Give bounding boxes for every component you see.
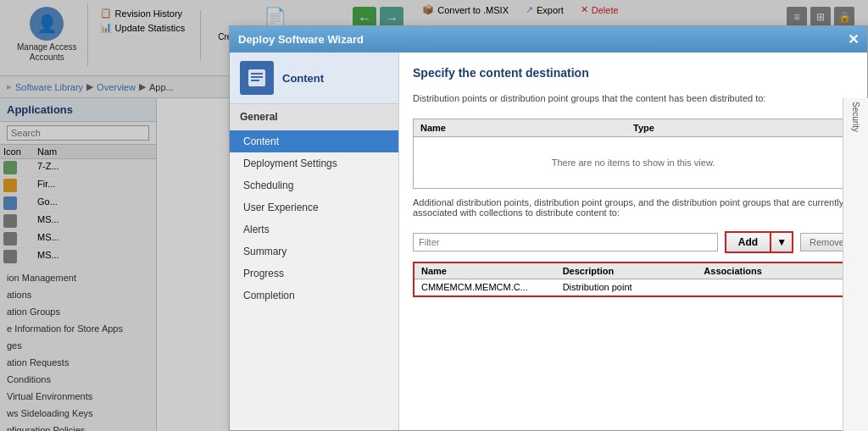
bottom-row-1-description: Distribution point	[563, 282, 704, 292]
wizard-nav-item-completion[interactable]: Completion	[230, 285, 398, 307]
bottom-col-description: Description	[563, 266, 704, 276]
bottom-table-header: Name Description Associations	[415, 263, 852, 279]
security-label: Security	[851, 102, 860, 132]
wizard-nav-item-user-experience[interactable]: User Experience	[230, 196, 398, 218]
wizard-nav-header: Content	[230, 52, 398, 104]
add-btn-group: Add ▼	[725, 231, 793, 253]
bottom-row-1-associations	[704, 282, 845, 292]
wizard-nav-item-deployment-settings[interactable]: Deployment Settings	[230, 152, 398, 174]
wizard-nav: Content General Content Deployment Setti…	[230, 52, 399, 430]
bottom-table: Name Description Associations CMMEMCM.ME…	[413, 262, 854, 297]
wizard-dialog: Deploy Software Wizard ✕ Content General…	[229, 25, 868, 431]
wizard-dist-description: Distribution points or distribution poin…	[413, 93, 854, 103]
filter-add-row: Add ▼ Remove	[413, 231, 854, 253]
svg-rect-2	[251, 76, 263, 78]
dist-table-empty-msg: There are no items to show in this view.	[414, 137, 853, 188]
wizard-title: Deploy Software Wizard	[238, 33, 364, 46]
bottom-col-associations: Associations	[704, 266, 845, 276]
svg-rect-1	[251, 73, 263, 75]
wizard-nav-item-alerts[interactable]: Alerts	[230, 218, 398, 240]
wizard-content-area: Specify the content destination Distribu…	[399, 52, 867, 430]
wizard-nav-item-content[interactable]: Content	[230, 130, 398, 152]
svg-rect-3	[251, 80, 259, 81]
dist-table-header: Name Type	[414, 119, 853, 137]
add-dropdown-arrow[interactable]: ▼	[770, 231, 793, 253]
wizard-page-icon	[240, 61, 274, 95]
wizard-body: Content General Content Deployment Setti…	[230, 52, 867, 430]
bottom-col-name: Name	[421, 266, 563, 276]
bottom-table-row-1[interactable]: CMMEMCM.MEMCM.C... Distribution point	[415, 279, 852, 296]
bottom-row-1-name: CMMEMCM.MEMCM.C...	[421, 282, 563, 292]
wizard-nav-section-general: General	[230, 104, 398, 130]
dist-col-type: Type	[633, 123, 846, 133]
wizard-close-btn[interactable]: ✕	[848, 31, 859, 47]
distribution-table: Name Type There are no items to show in …	[413, 119, 854, 189]
wizard-nav-item-progress[interactable]: Progress	[230, 262, 398, 285]
wizard-page-title: Specify the content destination	[413, 66, 854, 80]
wizard-nav-item-scheduling[interactable]: Scheduling	[230, 174, 398, 196]
wizard-additional-desc: Additional distribution points, distribu…	[413, 197, 854, 218]
dist-col-name: Name	[420, 123, 633, 133]
content-icon	[245, 66, 269, 90]
wizard-titlebar: Deploy Software Wizard ✕	[230, 26, 867, 52]
far-right-panel: Security	[843, 98, 868, 431]
filter-input[interactable]	[413, 233, 718, 251]
wizard-nav-item-summary[interactable]: Summary	[230, 240, 398, 262]
wizard-page-header: Content	[282, 72, 324, 85]
add-button[interactable]: Add	[725, 231, 770, 253]
